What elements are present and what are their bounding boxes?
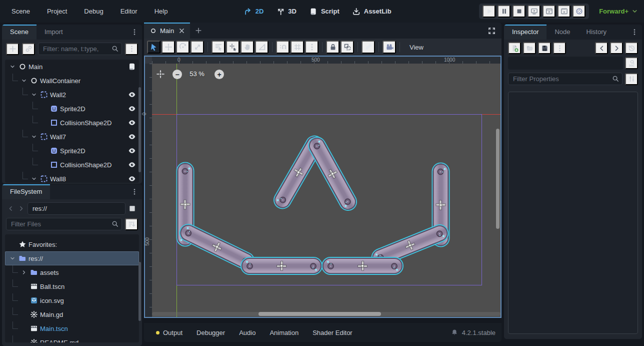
chevron-down-icon[interactable] bbox=[30, 92, 38, 98]
new-scene-tab-button[interactable] bbox=[190, 23, 207, 39]
fs-row-favorites[interactable]: Favorites: bbox=[5, 237, 139, 251]
scale-tool[interactable] bbox=[190, 41, 204, 54]
move-gizmo-icon[interactable] bbox=[404, 239, 416, 251]
workspace-script-button[interactable]: Script bbox=[310, 8, 340, 16]
eye-icon[interactable] bbox=[128, 91, 136, 99]
save-resource-button[interactable] bbox=[538, 42, 551, 54]
eye-icon[interactable] bbox=[128, 119, 136, 127]
resource-options-menu[interactable] bbox=[553, 42, 566, 54]
move-gizmo-icon[interactable] bbox=[326, 168, 338, 180]
instance-scene-button[interactable] bbox=[22, 43, 35, 55]
scene-filter-input[interactable] bbox=[38, 43, 122, 55]
menu-item[interactable]: Scene bbox=[5, 5, 36, 18]
play-custom-scene-button[interactable] bbox=[558, 5, 570, 18]
wall-bottom-right[interactable] bbox=[322, 258, 402, 274]
history-back-button[interactable] bbox=[6, 203, 15, 215]
canvas-hscroll-thumb[interactable] bbox=[258, 312, 381, 316]
move-gizmo-icon[interactable] bbox=[358, 261, 367, 270]
tree-row-wall7-sprite2d[interactable]: Sprite2D bbox=[5, 144, 139, 158]
close-tab-icon[interactable] bbox=[178, 28, 185, 34]
workspace-assetlib-button[interactable]: AssetLib bbox=[352, 8, 392, 16]
chevron-down-icon[interactable] bbox=[20, 78, 28, 84]
filesystem-scrollbar[interactable] bbox=[138, 262, 141, 321]
eye-icon[interactable] bbox=[128, 175, 136, 183]
snap-options-menu[interactable] bbox=[305, 41, 318, 54]
toggle-split-mode-button[interactable] bbox=[127, 203, 138, 215]
current-path-input[interactable] bbox=[28, 202, 126, 215]
canvas-vscroll-thumb[interactable] bbox=[496, 129, 500, 229]
stop-button[interactable] bbox=[512, 5, 526, 18]
tree-row-main[interactable]: Main bbox=[5, 60, 139, 74]
tree-row-wall8[interactable]: Wall8 bbox=[5, 172, 139, 183]
move-tool[interactable] bbox=[162, 41, 175, 54]
rotate-tool[interactable] bbox=[176, 41, 190, 54]
wall-peak-right[interactable] bbox=[306, 135, 359, 212]
fs-row-ball-tscn[interactable]: Ball.tscn bbox=[5, 279, 139, 293]
menu-item[interactable]: Editor bbox=[114, 5, 144, 18]
tree-row-wall7-collisionshape2d[interactable]: CollisionShape2D bbox=[5, 158, 139, 172]
pan-tool[interactable] bbox=[240, 41, 254, 54]
renderer-select[interactable]: Forward+ bbox=[599, 0, 638, 23]
add-node-button[interactable] bbox=[6, 43, 19, 55]
movie-maker-button[interactable] bbox=[572, 5, 586, 18]
move-gizmo-icon[interactable] bbox=[211, 241, 223, 253]
chevron-down-icon[interactable] bbox=[9, 64, 16, 70]
remote-debug-button[interactable] bbox=[528, 5, 540, 18]
filesystem-filter-input[interactable] bbox=[6, 218, 122, 230]
eye-icon[interactable] bbox=[128, 133, 136, 141]
scene-tree-scrollbar[interactable] bbox=[138, 87, 141, 172]
tab-animation[interactable]: Animation bbox=[264, 326, 304, 339]
sort-files-button[interactable] bbox=[125, 218, 138, 230]
canvas-area[interactable]: − 53 % + bbox=[152, 64, 500, 317]
view-menu[interactable]: View bbox=[404, 42, 430, 53]
list-select-tool[interactable] bbox=[212, 41, 225, 54]
menu-item[interactable]: Project bbox=[40, 5, 74, 18]
wall-bottom-left[interactable] bbox=[242, 258, 322, 274]
menu-item[interactable]: Help bbox=[148, 5, 174, 18]
tab-import[interactable]: Import bbox=[36, 25, 71, 40]
fs-row-readme-md[interactable]: README.md bbox=[5, 335, 139, 342]
tab-history[interactable]: History bbox=[578, 25, 614, 40]
load-resource-button[interactable] bbox=[523, 42, 536, 54]
lock-selected-button[interactable] bbox=[326, 41, 340, 54]
pause-button[interactable] bbox=[498, 5, 510, 18]
fs-row-assets[interactable]: assets bbox=[5, 265, 139, 279]
select-tool[interactable] bbox=[147, 41, 160, 54]
workspace-2d-button[interactable]: 2D bbox=[244, 8, 264, 16]
move-gizmo-icon[interactable] bbox=[277, 261, 286, 270]
eye-icon[interactable] bbox=[128, 105, 136, 113]
property-tools-button[interactable] bbox=[625, 73, 638, 85]
tab-node[interactable]: Node bbox=[546, 25, 578, 40]
tree-row-wall2-collisionshape2d[interactable]: CollisionShape2D bbox=[5, 116, 139, 130]
fs-row-main-tscn[interactable]: Main.tscn bbox=[5, 321, 139, 335]
tab-audio[interactable]: Audio bbox=[233, 326, 262, 339]
fs-row-main-gd[interactable]: Main.gd bbox=[5, 307, 139, 321]
skeleton-options-button[interactable] bbox=[362, 41, 375, 54]
eye-icon[interactable] bbox=[128, 161, 136, 169]
new-resource-button[interactable] bbox=[508, 42, 521, 54]
center-view-icon[interactable] bbox=[156, 70, 165, 79]
scene-dock-menu[interactable] bbox=[128, 29, 141, 36]
open-docs-button[interactable]: DOC bbox=[625, 57, 638, 69]
tab-scene[interactable]: Scene bbox=[2, 25, 36, 40]
tab-filesystem[interactable]: FileSystem bbox=[2, 184, 50, 199]
inspector-dock-menu[interactable] bbox=[628, 29, 641, 36]
tree-row-wall2-sprite2d[interactable]: Sprite2D bbox=[5, 102, 139, 116]
fs-row-res[interactable]: res:// bbox=[5, 251, 139, 265]
tree-row-wallcontainer[interactable]: WallContainer bbox=[5, 74, 139, 88]
zoom-in-button[interactable]: + bbox=[214, 70, 224, 79]
scene-tab-main[interactable]: Main bbox=[144, 23, 190, 39]
move-gizmo-icon[interactable] bbox=[180, 200, 190, 209]
filesystem-dock-menu[interactable] bbox=[128, 188, 141, 195]
inspector-history-button[interactable] bbox=[625, 42, 638, 54]
chevron-down-icon[interactable] bbox=[30, 134, 38, 140]
fs-row-icon-svg[interactable]: icon.svg bbox=[5, 293, 139, 307]
tree-row-wall7[interactable]: Wall7 bbox=[5, 130, 139, 144]
tab-output[interactable]: Output bbox=[150, 326, 188, 339]
group-selected-button[interactable] bbox=[340, 41, 354, 54]
chevron-down-icon[interactable] bbox=[9, 255, 16, 261]
grid-snap-toggle[interactable] bbox=[290, 41, 304, 54]
expand-viewport-button[interactable] bbox=[486, 25, 498, 37]
tab-debugger[interactable]: Debugger bbox=[190, 326, 231, 339]
tab-shader-editor[interactable]: Shader Editor bbox=[306, 326, 358, 339]
